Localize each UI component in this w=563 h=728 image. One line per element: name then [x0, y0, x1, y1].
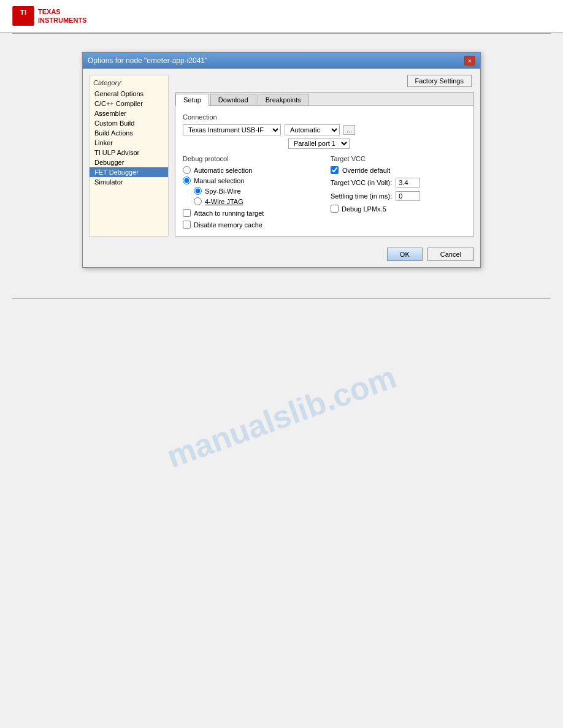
radio-4-wire-jtag: 4-Wire JTAG: [194, 197, 318, 205]
radio-4-wire-jtag-input[interactable]: [194, 197, 202, 205]
debug-lpmx5-label: Debug LPMx.5: [342, 205, 386, 213]
dialog-window: Options for node "emeter-app-i2041" × Ca…: [82, 52, 481, 268]
connection-row-2: Parallel port 1 Parallel port 2 USB: [183, 138, 466, 149]
automatic-select[interactable]: Automatic Manual: [285, 124, 340, 135]
target-vcc-col: Target VCC Override default Target VCC (…: [331, 155, 466, 229]
radio-manual-label: Manual selection: [194, 177, 245, 184]
dialog-title: Options for node "emeter-app-i2041": [88, 56, 207, 65]
ti-logo-text: TEXAS INSTRUMENTS: [38, 7, 86, 25]
tab-setup[interactable]: Setup: [175, 94, 209, 106]
disable-cache-label: Disable memory cache: [194, 221, 262, 229]
debug-protocol-col: Debug protocol Automatic selection Manua…: [183, 155, 318, 229]
sidebar: Category: General Options C/C++ Compiler…: [89, 75, 169, 237]
settling-time-row: Settling time (in ms):: [331, 191, 466, 201]
sidebar-item-cpp-compiler[interactable]: C/C++ Compiler: [90, 99, 168, 108]
sidebar-item-linker[interactable]: Linker: [90, 138, 168, 148]
tab-breakpoints[interactable]: Breakpoints: [258, 94, 309, 105]
factory-settings-button[interactable]: Factory Settings: [407, 75, 472, 87]
sidebar-item-simulator[interactable]: Simulator: [90, 177, 168, 187]
override-default-checkbox[interactable]: [331, 166, 339, 174]
attach-checkbox[interactable]: [183, 209, 191, 217]
right-panel: Factory Settings Setup Download Breakpoi…: [175, 75, 474, 237]
radio-spy-bi-wire: Spy-Bi-Wire: [194, 187, 318, 195]
ti-logo-icon: TI: [12, 6, 34, 26]
ti-logo: TI TEXAS INSTRUMENTS: [12, 6, 86, 26]
sidebar-item-assembler[interactable]: Assembler: [90, 108, 168, 118]
debug-protocol-radio-group: Automatic selection Manual selection Spy…: [183, 166, 318, 205]
radio-spy-bi-wire-input[interactable]: [194, 187, 202, 195]
disable-cache-checkbox-row: Disable memory cache: [183, 221, 318, 229]
connection-row-1: Texas Instrument USB-IF Simulator Custom…: [183, 124, 466, 135]
ok-button[interactable]: OK: [387, 248, 423, 261]
settling-time-label: Settling time (in ms):: [331, 192, 392, 200]
svg-text:TI: TI: [20, 9, 26, 16]
target-vcc-label: Target VCC: [331, 155, 466, 162]
radio-automatic-selection: Automatic selection: [183, 166, 318, 174]
attach-to-target-checkbox-row: Attach to running target: [183, 209, 318, 217]
sidebar-item-ti-ulp-advisor[interactable]: TI ULP Advisor: [90, 148, 168, 157]
target-vcc-volt-row: Target VCC (in Volt):: [331, 178, 466, 188]
debug-lpmx5-row: Debug LPMx.5: [331, 205, 466, 213]
two-column-section: Debug protocol Automatic selection Manua…: [183, 155, 466, 229]
footer-divider: [12, 298, 551, 299]
sidebar-item-custom-build[interactable]: Custom Build: [90, 118, 168, 128]
override-default-label: Override default: [342, 167, 390, 174]
tab-download[interactable]: Download: [210, 94, 256, 105]
connection-select[interactable]: Texas Instrument USB-IF Simulator Custom: [183, 124, 281, 135]
header: TI TEXAS INSTRUMENTS: [0, 0, 563, 33]
radio-manual-selection: Manual selection: [183, 176, 318, 184]
tab-content-setup: Connection Texas Instrument USB-IF Simul…: [175, 106, 473, 236]
dialog-footer: OK Cancel: [83, 243, 480, 267]
dialog-close-button[interactable]: ×: [464, 56, 475, 66]
radio-automatic-input[interactable]: [183, 166, 191, 174]
tab-bar: Setup Download Breakpoints: [175, 93, 473, 106]
sidebar-item-debugger[interactable]: Debugger: [90, 157, 168, 167]
main-content: Options for node "emeter-app-i2041" × Ca…: [0, 34, 563, 286]
radio-automatic-label: Automatic selection: [194, 167, 252, 174]
settling-time-input[interactable]: [396, 191, 420, 201]
port-select[interactable]: Parallel port 1 Parallel port 2 USB: [288, 138, 350, 149]
factory-row: Factory Settings: [175, 75, 474, 87]
attach-label: Attach to running target: [194, 210, 264, 217]
dialog-titlebar: Options for node "emeter-app-i2041" ×: [83, 53, 480, 69]
sidebar-item-general-options[interactable]: General Options: [90, 89, 168, 99]
sidebar-item-fet-debugger[interactable]: FET Debugger: [90, 167, 168, 177]
debug-protocol-label: Debug protocol: [183, 155, 318, 162]
connection-section-label: Connection: [183, 113, 466, 121]
debug-lpmx5-checkbox[interactable]: [331, 205, 339, 213]
cancel-button[interactable]: Cancel: [427, 248, 474, 261]
browse-button[interactable]: ...: [343, 125, 355, 135]
target-vcc-volt-label: Target VCC (in Volt):: [331, 179, 392, 186]
category-label: Category:: [90, 78, 168, 89]
radio-4-wire-jtag-label: 4-Wire JTAG: [205, 198, 243, 205]
target-vcc-volt-input[interactable]: [396, 178, 420, 188]
watermark: manualslib.com: [162, 358, 401, 476]
override-default-row: Override default: [331, 166, 466, 174]
radio-spy-bi-wire-label: Spy-Bi-Wire: [205, 188, 241, 195]
disable-cache-checkbox[interactable]: [183, 221, 191, 229]
tab-container: Setup Download Breakpoints Connection Te…: [175, 92, 474, 237]
sidebar-item-build-actions[interactable]: Build Actions: [90, 128, 168, 138]
radio-manual-input[interactable]: [183, 176, 191, 184]
dialog-body: Category: General Options C/C++ Compiler…: [83, 69, 480, 243]
